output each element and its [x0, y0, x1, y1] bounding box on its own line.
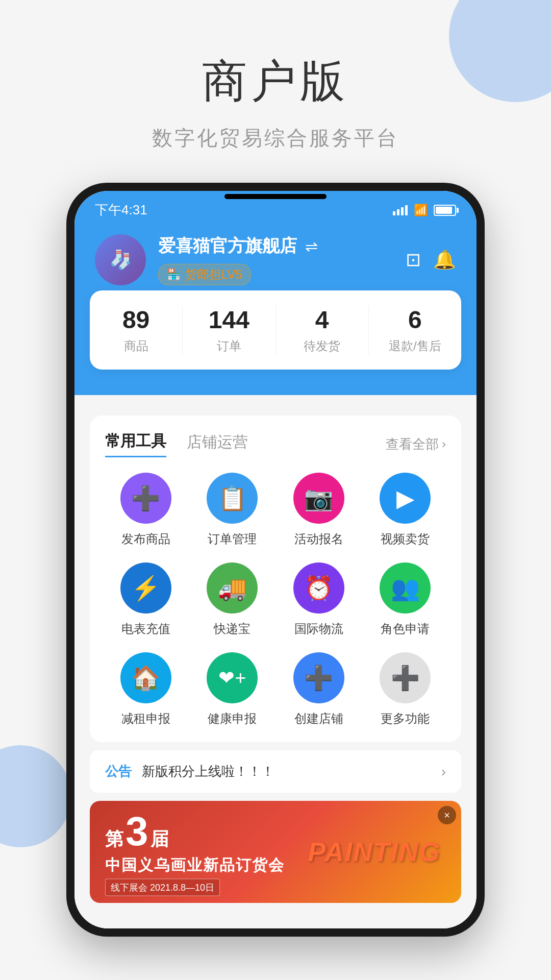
tabs-row: 常用工具 店铺运营 查看全部 ›: [105, 431, 446, 457]
banner-pre: 第: [105, 827, 123, 852]
status-time: 下午4:31: [95, 201, 147, 219]
stat-item-refund[interactable]: 6 退款/售后: [369, 306, 461, 354]
create-store-icon: ➕: [293, 652, 344, 703]
order-label: 订单管理: [208, 531, 257, 547]
tool-international-logistics[interactable]: ⏰ 国际物流: [278, 562, 360, 637]
badge-icon: 🏪: [167, 268, 181, 281]
banner-section[interactable]: 第 3 届 中国义乌画业新品订货会 线下展会 2021.8.8—10日 PAIN…: [90, 801, 461, 903]
rent-icon: 🏠: [120, 652, 171, 703]
switch-icon[interactable]: ⇌: [305, 237, 318, 255]
banner-num: 3: [126, 808, 148, 855]
painting-text: PAINTING: [308, 837, 441, 867]
electric-label: 电表充值: [121, 621, 170, 637]
level-badge: 🏪 货郎担LV5: [158, 264, 251, 285]
video-icon: ▶: [380, 473, 431, 524]
notice-tag: 公告: [105, 763, 132, 780]
chevron-right-icon: ›: [442, 437, 446, 451]
banner-right: PAINTING: [308, 837, 441, 867]
video-label: 视频卖货: [381, 531, 430, 547]
stat-item-orders[interactable]: 144 订单: [183, 306, 276, 354]
role-label: 角色申请: [381, 621, 430, 637]
stat-label-pending: 待发货: [304, 339, 340, 353]
tab-store-operation[interactable]: 店铺运营: [187, 432, 248, 457]
tool-role-apply[interactable]: 👥 角色申请: [365, 562, 446, 637]
status-icons: 📶: [393, 204, 456, 217]
battery-icon: [434, 205, 456, 216]
tools-section: 常用工具 店铺运营 查看全部 › ➕ 发布商品: [90, 415, 461, 742]
notification-icon[interactable]: 🔔: [433, 249, 456, 271]
stat-label-refund: 退款/售后: [389, 339, 441, 353]
signal-icon: [393, 205, 408, 215]
store-name: 爱喜猫官方旗舰店: [158, 234, 297, 258]
create-store-label: 创建店铺: [294, 710, 343, 727]
tool-activity-signup[interactable]: 📷 活动报名: [278, 473, 360, 547]
tool-order-manage[interactable]: 📋 订单管理: [192, 473, 273, 547]
order-icon: 📋: [207, 473, 258, 524]
express-label: 快递宝: [214, 621, 251, 637]
header-actions: ⊡ 🔔: [406, 249, 456, 271]
banner-date: 线下展会 2021.8.8—10日: [105, 879, 220, 896]
store-name-row: 爱喜猫官方旗舰店 ⇌: [158, 234, 393, 258]
banner-left: 第 3 届 中国义乌画业新品订货会 线下展会 2021.8.8—10日: [105, 808, 285, 896]
role-icon: 👥: [380, 562, 431, 614]
stat-number-products: 89: [90, 306, 182, 334]
tab-common-tools[interactable]: 常用工具: [105, 431, 166, 457]
app-header: 🧦 爱喜猫官方旗舰店 ⇌ 🏪 货郎担LV5 ⊡: [74, 224, 477, 301]
store-info: 🧦 爱喜猫官方旗舰店 ⇌ 🏪 货郎担LV5 ⊡: [95, 234, 456, 285]
sub-title: 数字化贸易综合服务平台: [0, 124, 551, 152]
banner-close-button[interactable]: ×: [438, 806, 456, 824]
tool-health-report[interactable]: ❤+ 健康申报: [192, 652, 273, 727]
express-icon: 🚚: [207, 562, 258, 614]
more-icon: ➕: [380, 652, 431, 703]
tool-express[interactable]: 🚚 快递宝: [192, 562, 273, 637]
stats-card: 89 商品 144 订单 4 待发货 6 退款/售后: [90, 290, 461, 370]
badge-label: 货郎担LV5: [185, 266, 242, 283]
phone-inner: 下午4:31 📶: [74, 191, 477, 928]
avatar-img: 🧦: [95, 234, 146, 285]
stat-label-products: 商品: [124, 339, 148, 353]
header-section: 商户版 数字化贸易综合服务平台: [0, 0, 551, 152]
stat-number-orders: 144: [183, 306, 275, 334]
logistics-label: 国际物流: [294, 621, 343, 637]
main-title: 商户版: [0, 51, 551, 112]
activity-label: 活动报名: [294, 531, 343, 547]
tool-video-sell[interactable]: ▶ 视频卖货: [365, 473, 446, 547]
close-icon: ×: [444, 810, 450, 821]
tool-create-store[interactable]: ➕ 创建店铺: [278, 652, 360, 727]
electric-icon: ⚡: [120, 562, 171, 614]
wifi-icon: 📶: [414, 204, 428, 217]
stat-item-products[interactable]: 89 商品: [90, 306, 183, 354]
banner-post: 届: [151, 827, 169, 852]
tool-electric-recharge[interactable]: ⚡ 电表充值: [105, 562, 187, 637]
notice-bar[interactable]: 公告 新版积分上线啦！！！ ›: [90, 750, 461, 793]
more-label: 更多功能: [381, 710, 430, 727]
avatar: 🧦: [95, 234, 146, 285]
phone-wrapper: 下午4:31 📶: [0, 183, 551, 937]
scan-icon[interactable]: ⊡: [406, 249, 421, 271]
tool-rent-reduce[interactable]: 🏠 减租申报: [105, 652, 187, 727]
publish-icon: ➕: [120, 473, 171, 524]
phone-outer: 下午4:31 📶: [66, 183, 485, 937]
notice-text: 新版积分上线啦！！！: [142, 763, 431, 780]
publish-label: 发布商品: [121, 531, 170, 547]
stat-number-refund: 6: [369, 306, 461, 334]
notice-arrow-icon: ›: [441, 764, 446, 780]
rent-label: 减租申报: [121, 710, 170, 727]
health-label: 健康申报: [208, 710, 257, 727]
stat-item-pending[interactable]: 4 待发货: [276, 306, 369, 354]
phone-notch: [224, 194, 327, 199]
logistics-icon: ⏰: [293, 562, 344, 614]
stat-number-pending: 4: [276, 306, 368, 334]
view-all-button[interactable]: 查看全部 ›: [386, 435, 446, 453]
banner-title: 中国义乌画业新品订货会: [105, 855, 285, 876]
stat-label-orders: 订单: [217, 339, 241, 353]
store-details: 爱喜猫官方旗舰店 ⇌ 🏪 货郎担LV5: [158, 234, 393, 285]
view-all-label: 查看全部: [386, 435, 439, 453]
tool-grid: ➕ 发布商品 📋 订单管理 📷 活动报名 ▶: [105, 473, 446, 727]
tool-more-functions[interactable]: ➕ 更多功能: [365, 652, 446, 727]
health-icon: ❤+: [207, 652, 258, 703]
tool-publish-product[interactable]: ➕ 发布商品: [105, 473, 187, 547]
activity-icon: 📷: [293, 473, 344, 524]
